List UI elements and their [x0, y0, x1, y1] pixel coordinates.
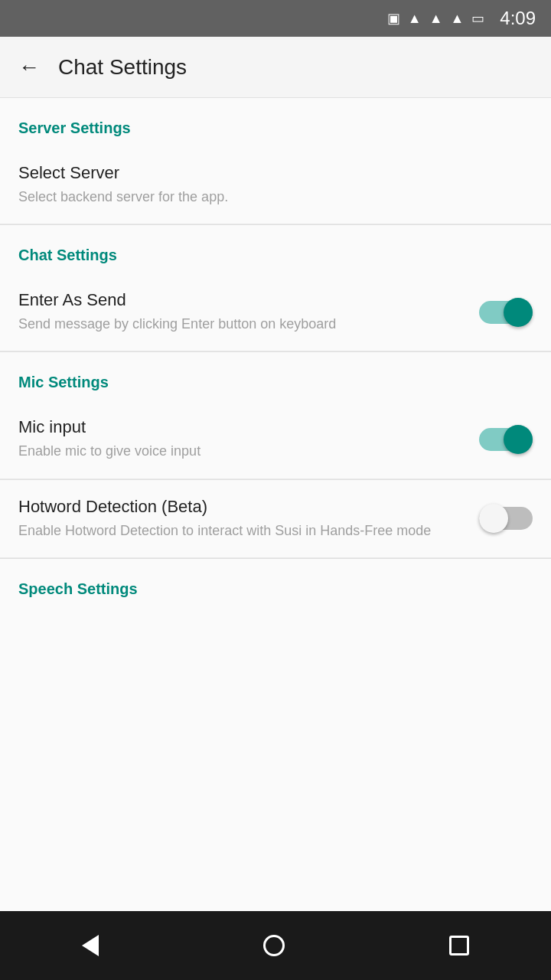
status-bar: ▣ ▲ ▲ ▲ ▭ 4:09	[0, 0, 551, 37]
toggle-thumb-mic-input	[504, 425, 533, 454]
nav-home-button[interactable]	[240, 927, 308, 964]
toggle-enter-as-send[interactable]	[479, 298, 533, 327]
nav-bar	[0, 911, 551, 980]
section-header-server: Server Settings	[0, 98, 551, 146]
toggle-thumb-enter-as-send	[504, 298, 533, 327]
nav-back-icon	[82, 935, 99, 956]
setting-title-mic-input: Mic input	[18, 417, 464, 437]
setting-item-select-server[interactable]: Select Server Select backend server for …	[0, 146, 551, 224]
page-title: Chat Settings	[58, 55, 187, 80]
setting-item-hotword: Hotword Detection (Beta) Enable Hotword …	[0, 480, 551, 558]
setting-title-select-server: Select Server	[18, 163, 517, 183]
setting-text-enter-as-send: Enter As Send Send message by clicking E…	[18, 290, 464, 334]
setting-desc-hotword: Enable Hotword Detection to interact wit…	[18, 521, 464, 541]
signal-icon-1: ▲	[429, 11, 443, 27]
wifi-icon: ▲	[408, 11, 422, 27]
setting-desc-select-server: Select backend server for the app.	[18, 188, 517, 207]
settings-content: Server Settings Select Server Select bac…	[0, 98, 551, 911]
nav-back-button[interactable]	[59, 927, 122, 964]
setting-title-hotword: Hotword Detection (Beta)	[18, 497, 464, 517]
battery-icon: ▭	[471, 10, 484, 27]
setting-item-mic-input: Mic input Enable mic to give voice input	[0, 400, 551, 479]
status-time: 4:09	[500, 8, 536, 29]
setting-text-mic-input: Mic input Enable mic to give voice input	[18, 417, 464, 461]
setting-text-hotword: Hotword Detection (Beta) Enable Hotword …	[18, 497, 464, 541]
app-bar: ← Chat Settings	[0, 37, 551, 98]
setting-text-select-server: Select Server Select backend server for …	[18, 163, 517, 207]
section-header-mic: Mic Settings	[0, 352, 551, 400]
setting-item-enter-as-send: Enter As Send Send message by clicking E…	[0, 273, 551, 351]
signal-icon-2: ▲	[450, 11, 464, 27]
toggle-hotword[interactable]	[479, 504, 533, 533]
toggle-mic-input[interactable]	[479, 425, 533, 454]
nav-home-icon	[263, 935, 285, 956]
setting-title-enter-as-send: Enter As Send	[18, 290, 464, 310]
nav-recents-button[interactable]	[426, 928, 492, 963]
setting-desc-enter-as-send: Send message by clicking Enter button on…	[18, 315, 464, 334]
back-button[interactable]: ←	[18, 55, 40, 80]
section-header-chat: Chat Settings	[0, 225, 551, 273]
toggle-thumb-hotword	[479, 504, 508, 533]
section-header-speech: Speech Settings	[0, 559, 551, 607]
setting-desc-mic-input: Enable mic to give voice input	[18, 442, 464, 461]
status-icons: ▣ ▲ ▲ ▲ ▭	[387, 10, 484, 27]
nav-recents-icon	[449, 936, 469, 956]
vibrate-icon: ▣	[387, 10, 400, 27]
